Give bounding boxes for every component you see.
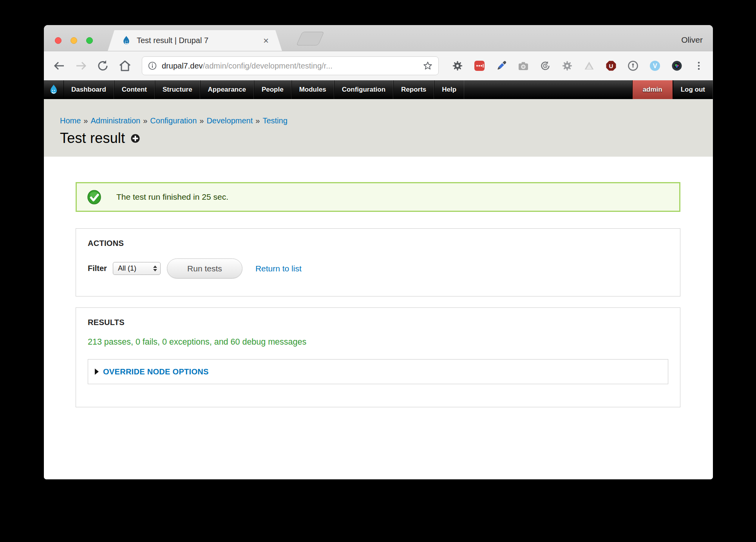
success-check-icon xyxy=(87,190,101,204)
breadcrumb-configuration[interactable]: Configuration xyxy=(150,116,197,125)
ublock-origin-icon[interactable]: U xyxy=(606,60,617,71)
password-manager-icon[interactable] xyxy=(474,60,485,71)
status-message-text: The test run finished in 25 sec. xyxy=(116,192,228,202)
page-title: Test result xyxy=(60,130,125,146)
toolbar-item-dashboard[interactable]: Dashboard xyxy=(63,80,114,99)
drupal-admin-toolbar: Dashboard Content Structure Appearance P… xyxy=(44,80,713,99)
toolbar-user-area: admin Log out xyxy=(632,80,713,99)
results-panel: RESULTS 213 passes, 0 fails, 0 exception… xyxy=(76,307,680,407)
breadcrumb-testing[interactable]: Testing xyxy=(262,116,287,125)
drive-icon[interactable] xyxy=(584,60,595,71)
breadcrumb: Home»Administration»Configuration»Develo… xyxy=(60,116,713,125)
breadcrumb-development[interactable]: Development xyxy=(206,116,253,125)
close-window-button[interactable] xyxy=(55,37,61,44)
address-bar[interactable]: drupal7.dev/admin/config/development/tes… xyxy=(142,56,439,75)
return-to-list-link[interactable]: Return to list xyxy=(255,264,302,273)
add-shortcut-icon[interactable] xyxy=(131,134,140,143)
filter-select[interactable]: All (1) xyxy=(113,262,161,275)
toolbar-user-admin[interactable]: admin xyxy=(632,80,673,99)
toolbar-item-people[interactable]: People xyxy=(254,80,291,99)
page-header: Home»Administration»Configuration»Develo… xyxy=(44,99,713,157)
toolbar-item-appearance[interactable]: Appearance xyxy=(200,80,254,99)
drupal-home-button[interactable] xyxy=(44,80,63,99)
breadcrumb-separator: » xyxy=(143,116,147,125)
home-icon[interactable] xyxy=(118,59,132,72)
extension-row: U V xyxy=(452,60,704,71)
toolbar-logout[interactable]: Log out xyxy=(673,80,713,99)
zoom-window-button[interactable] xyxy=(86,37,93,44)
breadcrumb-separator: » xyxy=(83,116,88,125)
vimium-icon[interactable]: V xyxy=(649,60,660,71)
browser-menu-icon[interactable] xyxy=(693,60,704,71)
session-refresh-icon[interactable] xyxy=(540,60,551,71)
grey-gear-icon[interactable] xyxy=(562,60,573,71)
new-tab-button[interactable] xyxy=(296,32,324,45)
breadcrumb-administration[interactable]: Administration xyxy=(90,116,140,125)
toolbar-item-configuration[interactable]: Configuration xyxy=(334,80,393,99)
fieldset-title[interactable]: OVERRIDE NODE OPTIONS xyxy=(103,367,209,376)
tab-close-icon[interactable]: × xyxy=(263,36,269,45)
browser-window: Test result | Drupal 7 × Oliver drupal7.… xyxy=(44,25,713,479)
camera-icon[interactable] xyxy=(518,60,529,71)
url-path: /admin/config/development/testing/r... xyxy=(203,61,333,70)
results-summary: 213 passes, 0 fails, 0 exceptions, and 6… xyxy=(88,337,668,347)
url-text[interactable]: drupal7.dev/admin/config/development/tes… xyxy=(162,61,423,70)
page-content: The test run finished in 25 sec. ACTIONS… xyxy=(44,182,713,479)
bookmark-star-icon[interactable] xyxy=(423,61,433,71)
select-arrows-icon xyxy=(153,266,157,271)
minimize-window-button[interactable] xyxy=(71,37,77,44)
breadcrumb-home[interactable]: Home xyxy=(60,116,81,125)
camera-lens-icon[interactable] xyxy=(671,60,682,71)
toolbar-item-help[interactable]: Help xyxy=(434,80,464,99)
filter-row: Filter All (1) Run tests Return to list xyxy=(88,258,668,278)
toolbar-item-reports[interactable]: Reports xyxy=(393,80,434,99)
settings-gear-icon[interactable] xyxy=(452,60,463,71)
keyhole-icon[interactable] xyxy=(628,60,638,71)
actions-panel: ACTIONS Filter All (1) Run tests Return … xyxy=(76,228,680,296)
toolbar-item-structure[interactable]: Structure xyxy=(155,80,200,99)
titlebar: Test result | Drupal 7 × Oliver xyxy=(44,25,713,51)
actions-heading: ACTIONS xyxy=(88,239,668,248)
override-node-options-fieldset[interactable]: OVERRIDE NODE OPTIONS xyxy=(88,359,668,384)
status-message: The test run finished in 25 sec. xyxy=(76,182,680,212)
filter-label: Filter xyxy=(88,264,107,273)
browser-tab[interactable]: Test result | Drupal 7 × xyxy=(108,30,282,51)
tab-title: Test result | Drupal 7 xyxy=(137,36,263,45)
breadcrumb-separator: » xyxy=(199,116,204,125)
eyedropper-icon[interactable] xyxy=(496,60,507,71)
reload-icon[interactable] xyxy=(96,59,110,72)
run-tests-button[interactable]: Run tests xyxy=(167,258,242,278)
toolbar-item-content[interactable]: Content xyxy=(114,80,155,99)
back-icon[interactable] xyxy=(52,59,66,72)
results-heading: RESULTS xyxy=(88,318,668,327)
browser-profile-name[interactable]: Oliver xyxy=(681,35,703,45)
forward-icon[interactable] xyxy=(74,59,88,72)
svg-text:U: U xyxy=(609,63,613,69)
toolbar-item-modules[interactable]: Modules xyxy=(291,80,334,99)
page-info-icon[interactable] xyxy=(148,61,157,70)
navigation-bar: drupal7.dev/admin/config/development/tes… xyxy=(44,51,713,80)
drupal-logo-icon xyxy=(48,84,60,96)
window-controls xyxy=(55,37,93,44)
breadcrumb-separator: » xyxy=(255,116,260,125)
url-host: drupal7.dev xyxy=(162,61,203,70)
drupal-favicon-icon xyxy=(121,35,132,46)
svg-text:V: V xyxy=(653,63,657,69)
filter-select-value: All (1) xyxy=(118,264,153,273)
collapsed-arrow-icon xyxy=(95,369,99,375)
